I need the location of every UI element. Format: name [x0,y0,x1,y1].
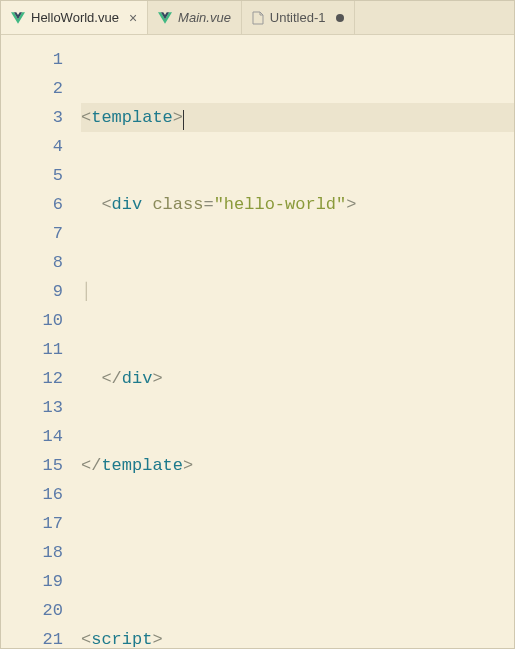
line-number: 4 [1,132,63,161]
line-number: 14 [1,422,63,451]
code-area[interactable]: <template> <div class="hello-world"> │ <… [81,35,514,648]
tab-label: HelloWorld.vue [31,10,119,25]
line-number: 19 [1,567,63,596]
line-number: 16 [1,480,63,509]
line-number: 12 [1,364,63,393]
code-line: </div> [81,364,514,393]
tab-label: Main.vue [178,10,231,25]
code-line: <div class="hello-world"> [81,190,514,219]
close-icon[interactable]: × [129,10,137,26]
vue-icon [11,12,25,24]
text-cursor [183,110,184,130]
line-number: 8 [1,248,63,277]
line-number-gutter: 1 2 3 4 5 6 7 8 9 10 11 12 13 14 15 16 1… [1,35,81,648]
line-number: 7 [1,219,63,248]
editor: 1 2 3 4 5 6 7 8 9 10 11 12 13 14 15 16 1… [1,35,514,648]
line-number: 11 [1,335,63,364]
tab-untitled[interactable]: Untitled-1 [242,1,355,34]
line-number: 1 [1,45,63,74]
line-number: 9 [1,277,63,306]
line-number: 20 [1,596,63,625]
tab-label: Untitled-1 [270,10,326,25]
tab-bar: HelloWorld.vue × Main.vue Untitled-1 [1,1,514,35]
line-number: 5 [1,161,63,190]
dirty-indicator-icon [336,14,344,22]
code-line: <script> [81,625,514,649]
line-number: 21 [1,625,63,649]
line-number: 18 [1,538,63,567]
line-number: 10 [1,306,63,335]
line-number: 15 [1,451,63,480]
code-line: │ [81,277,514,306]
file-icon [252,11,264,25]
line-number: 2 [1,74,63,103]
line-number: 6 [1,190,63,219]
code-line [81,538,514,567]
code-line: </template> [81,451,514,480]
tab-main[interactable]: Main.vue [148,1,242,34]
line-number: 3 [1,103,63,132]
code-line: <template> [81,103,514,132]
line-number: 13 [1,393,63,422]
line-number: 17 [1,509,63,538]
vue-icon [158,12,172,24]
tab-helloworld[interactable]: HelloWorld.vue × [1,1,148,34]
